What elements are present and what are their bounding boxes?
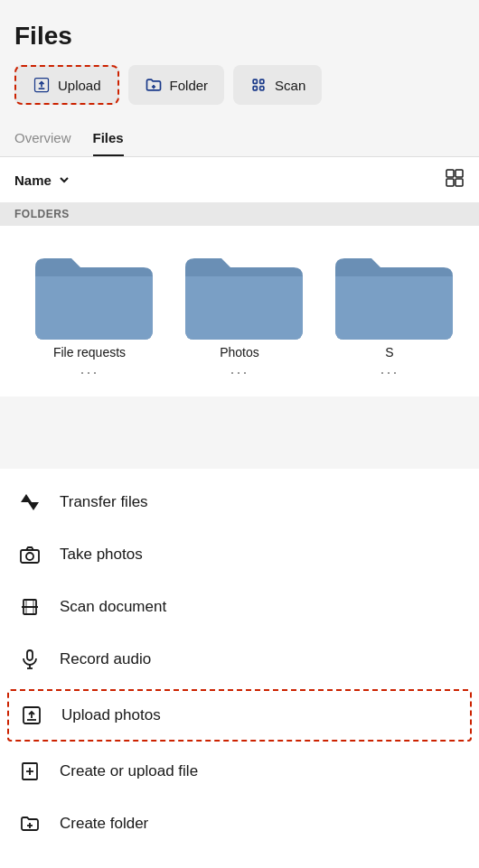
dropdown-item-record-audio[interactable]: Record audio [0,633,479,686]
page-title: Files [14,22,465,51]
svg-marker-16 [21,494,32,502]
svg-rect-7 [253,87,257,90]
upload-button-label: Upload [58,78,101,93]
sort-row: Name [0,157,479,202]
view-toggle-button[interactable] [445,168,465,191]
upload-photo-icon [20,704,43,727]
sort-button[interactable]: Name [14,173,71,188]
folder-name-s: S [385,345,393,359]
upload-icon [33,76,51,94]
grid-view-icon [445,168,465,188]
folder-name-photos: Photos [220,345,259,359]
svg-rect-12 [446,170,454,177]
dropdown-item-upload-photos[interactable]: Upload photos [7,689,472,742]
create-folder-icon [18,812,42,835]
dropdown-item-transfer-files[interactable]: Transfer files [0,476,479,528]
folder-button[interactable]: Folder [128,65,225,105]
svg-rect-18 [21,550,39,563]
folder-more-file-requests[interactable]: ··· [80,363,99,382]
dropdown-menu: Transfer files Take photos Scan document [0,469,479,868]
svg-rect-24 [27,650,33,660]
mic-icon [18,648,42,671]
svg-point-19 [26,553,33,560]
upload-button[interactable]: Upload [14,65,119,105]
tab-overview[interactable]: Overview [14,123,71,156]
record-audio-label: Record audio [60,650,151,668]
folder-svg-s [326,240,453,340]
folder-item-photos[interactable]: Photos ··· [164,240,315,382]
scan-button-label: Scan [275,78,305,93]
scan-btn-icon [249,76,268,94]
tab-files[interactable]: Files [93,123,124,156]
folder-icon [145,76,163,94]
folder-svg-photos [176,240,303,340]
dropdown-item-create-upload-file[interactable]: Create or upload file [0,745,479,798]
folder-more-s[interactable]: ··· [380,363,399,382]
svg-rect-5 [253,79,257,83]
folders-grid: File requests ··· Photos ··· S ··· [0,226,479,397]
camera-icon [18,543,42,566]
svg-marker-17 [28,502,39,510]
svg-rect-14 [446,179,454,186]
folder-more-photos[interactable]: ··· [230,363,249,382]
take-photos-label: Take photos [60,546,143,564]
upload-photos-label: Upload photos [61,706,161,724]
action-buttons-row: Upload Folder Scan [14,65,465,105]
scan-button[interactable]: Scan [233,65,322,105]
folder-name-file-requests: File requests [53,345,126,359]
transfer-icon [18,490,42,514]
tabs-bar: Overview Files [0,123,479,157]
scan-document-icon [18,595,42,619]
svg-rect-15 [456,179,463,186]
folder-button-label: Folder [170,78,209,93]
folder-item-s[interactable]: S ··· [315,240,465,382]
dropdown-item-scan-document[interactable]: Scan document [0,581,479,633]
svg-rect-13 [456,170,463,177]
header: Files Upload Folder [0,0,479,105]
transfer-files-label: Transfer files [60,493,148,511]
create-upload-file-label: Create or upload file [60,762,198,780]
create-file-icon [18,760,42,783]
chevron-down-icon [57,173,71,187]
folders-section-header: FOLDERS [0,202,479,226]
create-folder-label: Create folder [60,815,148,833]
folder-svg-file-requests [26,240,153,340]
svg-rect-6 [260,79,264,83]
folder-item-file-requests[interactable]: File requests ··· [14,240,164,382]
scan-document-label: Scan document [60,598,166,616]
dropdown-item-take-photos[interactable]: Take photos [0,528,479,581]
dropdown-item-create-folder[interactable]: Create folder [0,798,479,850]
